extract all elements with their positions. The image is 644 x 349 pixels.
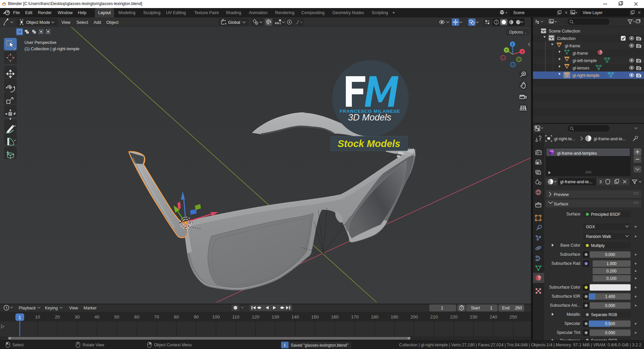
svg-text:1: 1 bbox=[441, 306, 443, 310]
svg-text:Subsurface IOR: Subsurface IOR bbox=[552, 294, 581, 299]
svg-text:gl-frame: gl-frame bbox=[573, 51, 588, 56]
svg-text:20: 20 bbox=[55, 314, 60, 319]
svg-text:50: 50 bbox=[114, 314, 119, 319]
svg-text:250: 250 bbox=[515, 306, 522, 310]
svg-text:Collection: Collection bbox=[557, 36, 576, 41]
svg-text:Object: Object bbox=[106, 20, 119, 25]
svg-text:gl-frame-and-te...: gl-frame-and-te... bbox=[594, 137, 626, 141]
svg-text:Scene: Scene bbox=[513, 10, 525, 15]
svg-text:Base Color: Base Color bbox=[560, 243, 580, 248]
svg-text:gl-frame: gl-frame bbox=[565, 44, 580, 48]
svg-text:Global: Global bbox=[228, 20, 240, 25]
svg-text:i: i bbox=[284, 343, 285, 348]
svg-text:1: 1 bbox=[18, 315, 21, 320]
svg-text:Collection | gl-right-temple |: Collection | gl-right-temple | Verts:27,… bbox=[399, 343, 641, 347]
svg-text:gl-right-te...: gl-right-te... bbox=[554, 137, 575, 141]
svg-text:60: 60 bbox=[134, 314, 139, 319]
svg-text:Y: Y bbox=[505, 48, 508, 52]
svg-text:Surface: Surface bbox=[567, 212, 581, 216]
svg-text:200: 200 bbox=[411, 314, 418, 319]
svg-text:gl-right-temple: gl-right-temple bbox=[573, 73, 599, 78]
svg-text:190: 190 bbox=[391, 314, 398, 319]
svg-text:30: 30 bbox=[74, 314, 79, 319]
svg-text:230: 230 bbox=[470, 314, 478, 319]
svg-text:120: 120 bbox=[252, 314, 260, 319]
svg-text:10: 10 bbox=[35, 314, 40, 319]
svg-text:Random Walk: Random Walk bbox=[586, 234, 611, 239]
svg-text:170: 170 bbox=[351, 314, 359, 319]
svg-text:Start: Start bbox=[471, 306, 480, 310]
svg-text:0.200: 0.200 bbox=[606, 269, 616, 273]
svg-text:Add: Add bbox=[94, 20, 101, 25]
svg-text:1.400: 1.400 bbox=[605, 294, 615, 299]
svg-text:Subsurface Color: Subsurface Color bbox=[549, 285, 580, 290]
svg-text:250: 250 bbox=[509, 314, 517, 319]
svg-text:View Layer: View Layer bbox=[583, 10, 602, 15]
svg-text:0.500: 0.500 bbox=[605, 321, 615, 326]
svg-text:1: 1 bbox=[490, 306, 492, 310]
svg-text:Specular Tint: Specular Tint bbox=[557, 330, 581, 335]
svg-text:0.000: 0.000 bbox=[605, 331, 615, 335]
svg-text:Object Mode: Object Mode bbox=[26, 20, 50, 25]
svg-text:gl-frame-and-temples: gl-frame-and-temples bbox=[557, 151, 597, 156]
svg-text:0.000: 0.000 bbox=[605, 252, 615, 257]
svg-text:Marker: Marker bbox=[84, 306, 97, 310]
svg-text:gl-lenses: gl-lenses bbox=[573, 66, 589, 70]
svg-text:1.000: 1.000 bbox=[606, 261, 616, 266]
svg-text:Select: Select bbox=[76, 20, 88, 25]
svg-text:End: End bbox=[502, 306, 509, 310]
svg-text:90: 90 bbox=[194, 314, 199, 319]
svg-text:0.000: 0.000 bbox=[605, 303, 615, 308]
svg-text:Scene Collection: Scene Collection bbox=[549, 29, 580, 34]
svg-text:100: 100 bbox=[212, 314, 220, 319]
svg-text:Multiply: Multiply bbox=[591, 243, 605, 248]
svg-text:X: X bbox=[521, 50, 524, 53]
svg-text:110: 110 bbox=[232, 314, 239, 319]
svg-text:Select: Select bbox=[12, 343, 24, 347]
svg-text:0.100: 0.100 bbox=[606, 276, 616, 281]
svg-text:Stock Models: Stock Models bbox=[338, 138, 400, 149]
svg-text:220: 220 bbox=[450, 314, 458, 319]
svg-text:3: 3 bbox=[599, 180, 602, 184]
svg-text:Playback: Playback bbox=[19, 306, 36, 310]
svg-text:Object Context Menu: Object Context Menu bbox=[154, 343, 192, 347]
svg-text:Keying: Keying bbox=[45, 306, 58, 310]
svg-text:150: 150 bbox=[311, 314, 319, 319]
svg-text:Subsurface Ani...: Subsurface Ani... bbox=[550, 303, 580, 308]
svg-text:80: 80 bbox=[174, 314, 179, 319]
svg-text:gl-frame-and-te...: gl-frame-and-te... bbox=[560, 180, 592, 184]
svg-text:GGX: GGX bbox=[586, 225, 595, 229]
svg-text:Preview: Preview bbox=[554, 192, 569, 197]
svg-text:Specular: Specular bbox=[565, 321, 580, 326]
svg-text:Surface: Surface bbox=[554, 202, 568, 206]
svg-text:Z: Z bbox=[512, 42, 514, 46]
svg-text:3D Models: 3D Models bbox=[348, 112, 391, 122]
svg-text:130: 130 bbox=[272, 314, 279, 319]
svg-text:240: 240 bbox=[490, 314, 497, 319]
svg-text:Saved "glasses-lexington.blend: Saved "glasses-lexington.blend" bbox=[291, 343, 348, 348]
svg-text:Subsurface Rad: Subsurface Rad bbox=[551, 261, 580, 266]
svg-text:140: 140 bbox=[291, 314, 299, 319]
svg-text:180: 180 bbox=[371, 314, 379, 319]
svg-text:gl-left-temple: gl-left-temple bbox=[573, 58, 597, 63]
svg-text:40: 40 bbox=[94, 314, 99, 319]
svg-text:Subsurface: Subsurface bbox=[560, 252, 580, 257]
svg-text:Rotate View: Rotate View bbox=[83, 343, 104, 347]
svg-text:Separate RGB: Separate RGB bbox=[591, 312, 617, 317]
svg-text:210: 210 bbox=[430, 314, 438, 319]
svg-text:Principled BSDF: Principled BSDF bbox=[591, 212, 621, 217]
svg-text:70: 70 bbox=[154, 314, 159, 319]
svg-text:Metallic: Metallic bbox=[567, 312, 580, 317]
svg-text:View: View bbox=[61, 20, 71, 25]
svg-text:160: 160 bbox=[331, 314, 339, 319]
svg-text:View: View bbox=[69, 306, 78, 310]
